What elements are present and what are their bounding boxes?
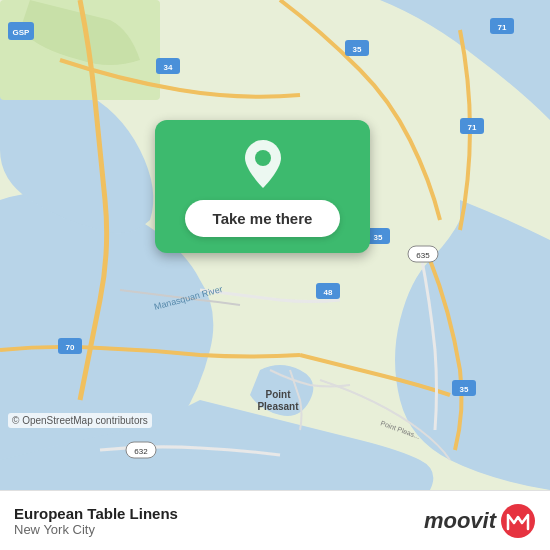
svg-point-29: [501, 504, 535, 538]
bottom-bar: European Table Linens New York City moov…: [0, 490, 550, 550]
svg-text:71: 71: [468, 123, 477, 132]
svg-text:35: 35: [374, 233, 383, 242]
location-card: Take me there: [155, 120, 370, 253]
moovit-m-icon: [500, 503, 536, 539]
svg-text:48: 48: [324, 288, 333, 297]
map-container: GSP 34 35 71 71 35 48 70 635 632 35 Mana: [0, 0, 550, 490]
svg-text:Point: Point: [266, 389, 292, 400]
svg-text:35: 35: [353, 45, 362, 54]
svg-text:34: 34: [164, 63, 173, 72]
business-info: European Table Linens New York City: [14, 505, 178, 537]
svg-point-28: [255, 150, 271, 166]
svg-text:GSP: GSP: [13, 28, 31, 37]
svg-text:35: 35: [460, 385, 469, 394]
osm-attribution: © OpenStreetMap contributors: [8, 413, 152, 428]
svg-text:632: 632: [134, 447, 148, 456]
svg-text:635: 635: [416, 251, 430, 260]
business-location: New York City: [14, 522, 178, 537]
pin-icon: [241, 138, 285, 190]
moovit-text: moovit: [424, 508, 496, 534]
business-name: European Table Linens: [14, 505, 178, 522]
svg-text:70: 70: [66, 343, 75, 352]
svg-text:Pleasant: Pleasant: [257, 401, 299, 412]
svg-text:71: 71: [498, 23, 507, 32]
take-me-there-button[interactable]: Take me there: [185, 200, 341, 237]
moovit-logo: moovit: [424, 503, 536, 539]
